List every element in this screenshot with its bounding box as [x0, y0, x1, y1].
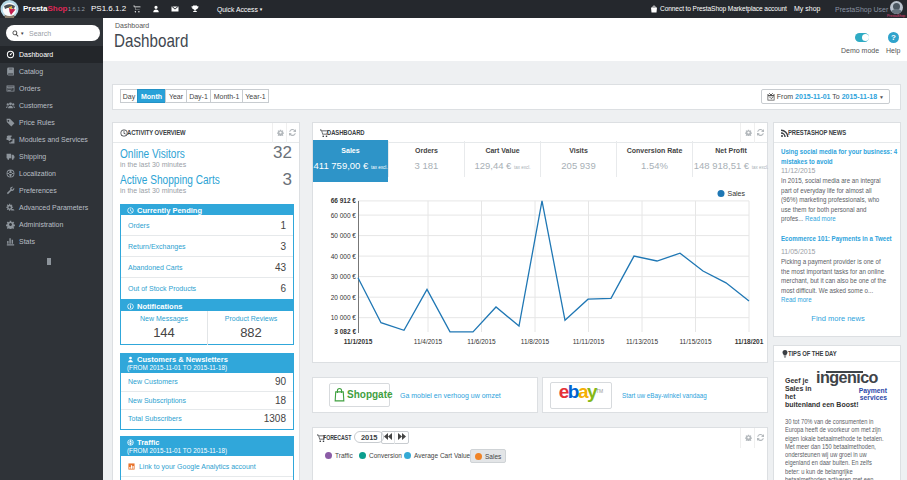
svg-text:66 912 €: 66 912 € — [331, 197, 357, 204]
svg-text:11/4/2015: 11/4/2015 — [414, 338, 443, 345]
svg-text:Sales: Sales — [728, 190, 746, 197]
svg-text:40 000 €: 40 000 € — [331, 253, 357, 260]
svg-text:10 000 €: 10 000 € — [331, 314, 357, 321]
svg-text:3 082 €: 3 082 € — [334, 328, 356, 335]
svg-text:50 000 €: 50 000 € — [331, 232, 357, 239]
svg-text:11/6/2015: 11/6/2015 — [467, 338, 496, 345]
svg-text:11/11/2015: 11/11/2015 — [573, 338, 605, 345]
svg-text:11/1/2015: 11/1/2015 — [344, 338, 373, 345]
svg-text:30 000 €: 30 000 € — [331, 273, 357, 280]
svg-text:20 000 €: 20 000 € — [331, 294, 357, 301]
svg-text:11/18/201: 11/18/201 — [735, 338, 764, 345]
svg-text:60 000 €: 60 000 € — [331, 212, 357, 219]
svg-text:11/15/2015: 11/15/2015 — [679, 338, 711, 345]
svg-text:11/13/2015: 11/13/2015 — [626, 338, 658, 345]
svg-text:11/8/2015: 11/8/2015 — [521, 338, 550, 345]
